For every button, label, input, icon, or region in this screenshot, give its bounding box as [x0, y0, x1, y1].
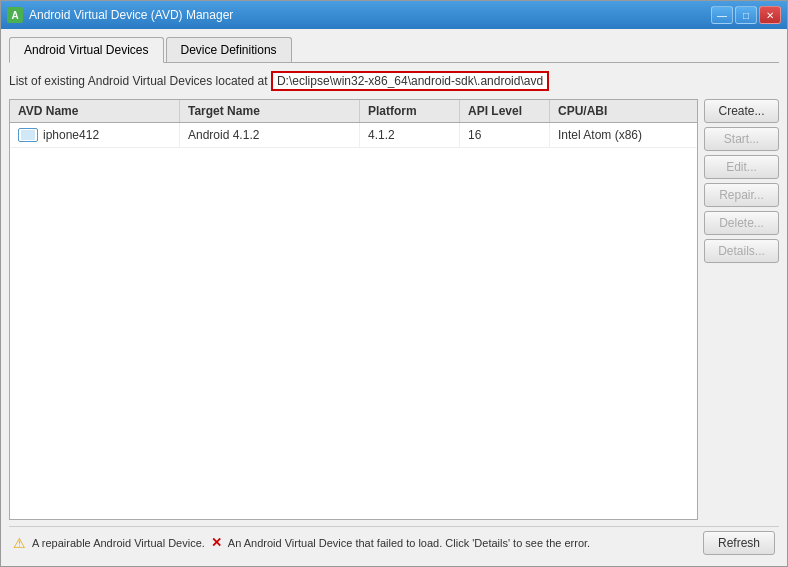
col-avd-name: AVD Name	[10, 100, 180, 122]
cell-cpu-abi: Intel Atom (x86)	[550, 123, 697, 147]
cell-avd-name: iphone412	[10, 123, 180, 147]
col-platform: Platform	[360, 100, 460, 122]
warning-text: A repairable Android Virtual Device.	[32, 537, 205, 549]
main-content: AVD Name Target Name Platform API Level …	[9, 99, 779, 520]
tab-device-definitions[interactable]: Device Definitions	[166, 37, 292, 62]
cell-api-level: 16	[460, 123, 550, 147]
create-button[interactable]: Create...	[704, 99, 779, 123]
window-title: Android Virtual Device (AVD) Manager	[29, 8, 711, 22]
edit-button[interactable]: Edit...	[704, 155, 779, 179]
path-prefix-text: List of existing Android Virtual Devices…	[9, 74, 268, 88]
cell-platform: 4.1.2	[360, 123, 460, 147]
delete-button[interactable]: Delete...	[704, 211, 779, 235]
device-icon	[18, 128, 38, 142]
content-area: Android Virtual Devices Device Definitio…	[1, 29, 787, 566]
avd-manager-window: A Android Virtual Device (AVD) Manager —…	[0, 0, 788, 567]
sidebar-buttons: Create... Start... Edit... Repair... Del…	[704, 99, 779, 520]
window-icon: A	[7, 7, 23, 23]
minimize-button[interactable]: —	[711, 6, 733, 24]
error-icon: ✕	[211, 535, 222, 550]
tab-bar: Android Virtual Devices Device Definitio…	[9, 37, 779, 63]
status-text: ⚠ A repairable Android Virtual Device. ✕…	[13, 535, 703, 551]
table-row[interactable]: iphone412 Android 4.1.2 4.1.2 16 Intel A…	[10, 123, 697, 148]
col-cpu-abi: CPU/ABI	[550, 100, 697, 122]
table-body: iphone412 Android 4.1.2 4.1.2 16 Intel A…	[10, 123, 697, 519]
table-header: AVD Name Target Name Platform API Level …	[10, 100, 697, 123]
title-bar: A Android Virtual Device (AVD) Manager —…	[1, 1, 787, 29]
maximize-button[interactable]: □	[735, 6, 757, 24]
refresh-button[interactable]: Refresh	[703, 531, 775, 555]
details-button[interactable]: Details...	[704, 239, 779, 263]
path-value: D:\eclipse\win32-x86_64\android-sdk\.and…	[271, 71, 549, 91]
col-api-level: API Level	[460, 100, 550, 122]
tab-android-virtual-devices[interactable]: Android Virtual Devices	[9, 37, 164, 63]
path-bar: List of existing Android Virtual Devices…	[9, 71, 779, 91]
avd-table: AVD Name Target Name Platform API Level …	[9, 99, 698, 520]
warning-icon: ⚠	[13, 535, 26, 551]
window-controls: — □ ✕	[711, 6, 781, 24]
start-button[interactable]: Start...	[704, 127, 779, 151]
col-target-name: Target Name	[180, 100, 360, 122]
bottom-bar: ⚠ A repairable Android Virtual Device. ✕…	[9, 526, 779, 558]
cell-target-name: Android 4.1.2	[180, 123, 360, 147]
error-text: An Android Virtual Device that failed to…	[228, 537, 590, 549]
close-button[interactable]: ✕	[759, 6, 781, 24]
repair-button[interactable]: Repair...	[704, 183, 779, 207]
